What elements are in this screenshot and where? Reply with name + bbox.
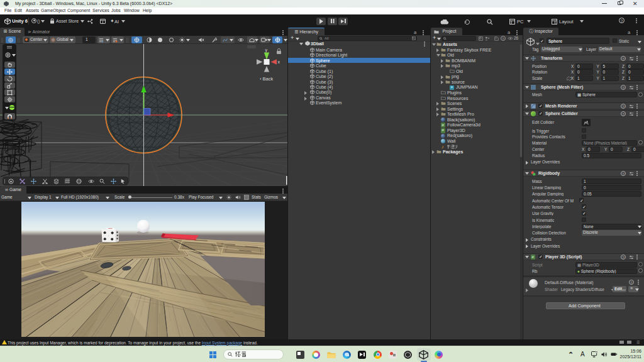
svg-text:‹ Back: ‹ Back [260, 76, 274, 82]
svg-text:x: x [278, 60, 280, 64]
svg-text:y: y [265, 48, 268, 53]
